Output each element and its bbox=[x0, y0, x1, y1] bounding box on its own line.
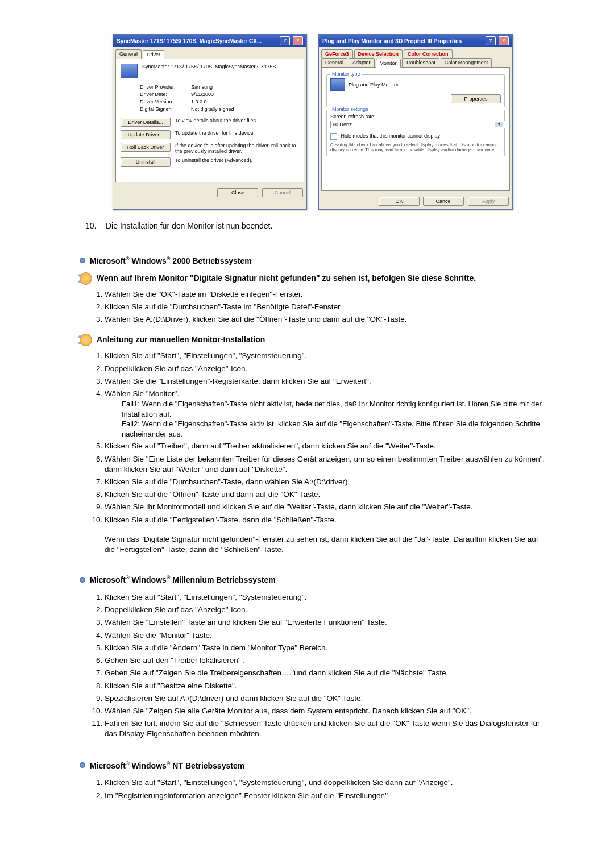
list-item: Klicken Sie auf "Treiber", dann auf "Tre… bbox=[105, 440, 546, 452]
ok-button[interactable]: OK bbox=[379, 197, 420, 206]
tab-device-selection[interactable]: Device Selection bbox=[354, 49, 403, 58]
list-item: Gehen Sie auf "Zeigen Sie die Treibereig… bbox=[105, 667, 546, 679]
step-10: 10. Die Installation für den Monitor ist… bbox=[85, 221, 546, 230]
list-item: Wählen Sie "Monitor". Fall1: Wenn die "E… bbox=[105, 388, 546, 440]
close-button[interactable]: Close bbox=[217, 188, 258, 197]
rollback-driver-button[interactable]: Roll Back Driver bbox=[121, 143, 171, 152]
help-icon[interactable]: ? bbox=[486, 36, 496, 45]
tab-color-correction[interactable]: Color Correction bbox=[404, 49, 453, 58]
list-item: Klicken Sie auf "Besitze eine Diskette". bbox=[105, 680, 546, 692]
help-icon[interactable]: ? bbox=[280, 36, 290, 45]
sub-block-manual: Anleitung zur manuellen Monitor-Installa… bbox=[80, 334, 546, 346]
dialog1-panel: SyncMaster 171S/ 175S/ 170S, MagicSyncMa… bbox=[115, 59, 304, 182]
lbl-refresh: Screen refresh rate: bbox=[330, 114, 501, 119]
fall2: Fall2: Wenn die "Eigenschaften"-Taste ak… bbox=[122, 419, 546, 439]
list-item: Im "Registrierungsinformation anzeigen"-… bbox=[105, 790, 546, 802]
lbl-version: Driver Version: bbox=[140, 99, 191, 105]
list-item: Fahren Sie fort, indem Sie auf die "Schl… bbox=[105, 717, 546, 740]
list-item: Klicken Sie auf die "Ändern" Taste in de… bbox=[105, 642, 546, 654]
dialog2-panel: Monitor type Plug and Play Monitor Prope… bbox=[321, 67, 510, 191]
list-item: Klicken Sie auf die "Durchsuchen"-Taste … bbox=[105, 301, 546, 313]
orange-bullet-icon bbox=[80, 334, 92, 346]
close-icon[interactable]: × bbox=[293, 36, 303, 45]
update-driver-button[interactable]: Update Driver... bbox=[121, 130, 171, 139]
list-item: Wählen Sie Ihr Monitormodell und klicken… bbox=[105, 501, 546, 513]
separator bbox=[80, 749, 546, 749]
tab-adapter[interactable]: Adapter bbox=[349, 58, 375, 67]
update-driver-desc: To update the driver for this device. bbox=[175, 130, 299, 136]
separator bbox=[80, 563, 546, 563]
tab-troubleshoot[interactable]: Troubleshoot bbox=[402, 58, 439, 67]
close-icon[interactable]: × bbox=[499, 36, 509, 45]
lbl-date: Driver Date: bbox=[140, 92, 191, 97]
lbl-provider: Driver Provider: bbox=[140, 84, 191, 90]
driver-details-desc: To view details about the driver files. bbox=[175, 118, 299, 123]
step-10-num: 10. bbox=[85, 221, 99, 230]
uninstall-button[interactable]: Uninstall bbox=[121, 157, 171, 167]
tab-monitor[interactable]: Monitor bbox=[376, 59, 401, 68]
step-10-text: Die Installation für den Monitor ist nun… bbox=[106, 221, 272, 230]
section-title-text: Microsoft® Windows® NT Betriebssystem bbox=[90, 761, 244, 770]
sub2-title: Anleitung zur manuellen Monitor-Installa… bbox=[97, 334, 265, 344]
list-item: Doppelklicken Sie auf das "Anzeige"-Icon… bbox=[105, 363, 546, 375]
val-signer: Not digitally signed bbox=[191, 106, 234, 112]
screenshot-row: SyncMaster 171S/ 175S/ 170S, MagicSyncMa… bbox=[80, 34, 546, 210]
lbl-signer: Digital Signer: bbox=[140, 106, 191, 112]
val-provider: Samsung bbox=[191, 84, 213, 90]
tab-driver[interactable]: Driver bbox=[143, 50, 164, 59]
list-item: Klicken Sie auf "Start", "Einstellungen"… bbox=[105, 776, 546, 789]
list-item: Klicken Sie auf "Start", "Einstellungen"… bbox=[105, 350, 546, 362]
val-date: 9/11/2003 bbox=[191, 92, 214, 97]
dialog1-window-controls: ? × bbox=[279, 36, 303, 45]
chevron-down-icon: ▾ bbox=[495, 122, 503, 127]
device-name: SyncMaster 171S/ 175S/ 170S, MagicSyncMa… bbox=[142, 64, 299, 69]
section-title-win2000: Microsoft® Windows® 2000 Betriebssystem bbox=[80, 256, 546, 265]
properties-button[interactable]: Properties bbox=[451, 94, 501, 103]
list-item: Wählen Sie "Zeigen Sie alle Geräte Monit… bbox=[105, 705, 546, 717]
monitor-icon bbox=[121, 64, 138, 78]
sub2-steps: Klicken Sie auf "Start", "Einstellungen"… bbox=[91, 350, 546, 526]
dialog1-title: SyncMaster 171S/ 175S/ 170S, MagicSyncMa… bbox=[117, 38, 262, 44]
driver-details-button[interactable]: Driver Details... bbox=[121, 118, 171, 127]
cancel-button[interactable]: Cancel bbox=[423, 197, 464, 206]
section-title-text: Microsoft® Windows® 2000 Betriebssystem bbox=[90, 256, 252, 265]
dialog1-titlebar: SyncMaster 171S/ 175S/ 170S, MagicSyncMa… bbox=[113, 35, 306, 47]
me-steps: Klicken Sie auf "Start", "Einstellungen"… bbox=[91, 591, 546, 741]
tab-color-management[interactable]: Color Management bbox=[441, 58, 492, 67]
tab-general[interactable]: General bbox=[115, 49, 142, 59]
orange-bullet-icon bbox=[80, 272, 92, 285]
hide-modes-checkbox[interactable] bbox=[330, 133, 337, 140]
sub-block-sig: Wenn auf Ihrem Monitor "Digitale Signatu… bbox=[80, 272, 546, 285]
list-item: Wählen Sie "Einstellen" Taste an und kli… bbox=[105, 616, 546, 629]
nt-steps: Klicken Sie auf "Start", "Einstellungen"… bbox=[91, 776, 546, 801]
sub1-title: Wenn auf Ihrem Monitor "Digitale Signatu… bbox=[97, 272, 476, 283]
tab-geforce[interactable]: GeForce3 bbox=[321, 49, 353, 58]
grp-monset-title: Monitor settings bbox=[330, 106, 370, 112]
tab-general2[interactable]: General bbox=[321, 58, 347, 67]
refresh-rate-dropdown[interactable]: 60 Hertz ▾ bbox=[330, 121, 505, 128]
list-item: Wählen Sie "Eine Liste der bekannten Tre… bbox=[105, 453, 546, 476]
grp-montype-title: Monitor type bbox=[330, 71, 362, 77]
monitor-properties-dialog: Plug and Play Monitor and 3D Prophet III… bbox=[318, 34, 513, 210]
list-item: Doppelklicken Sie auf das "Anzeige"-Icon… bbox=[105, 604, 546, 616]
group-monitor-settings: Monitor settings Screen refresh rate: 60… bbox=[326, 110, 505, 156]
list-item: Wählen Sie die "Einstellungen"-Registerk… bbox=[105, 375, 546, 388]
list-item: Spezialisieren Sie auf A:\(D:\driver) un… bbox=[105, 692, 546, 705]
bullet-icon bbox=[80, 258, 85, 263]
val-version: 1.0.0.0 bbox=[191, 99, 207, 105]
group-monitor-type: Monitor type Plug and Play Monitor Prope… bbox=[326, 74, 505, 107]
section-title-winnt: Microsoft® Windows® NT Betriebssystem bbox=[80, 761, 546, 770]
apply-button: Apply bbox=[468, 197, 509, 206]
uninstall-desc: To uninstall the driver (Advanced). bbox=[175, 157, 299, 163]
sub1-steps: Wählen Sie die "OK"-Taste im "Diskette e… bbox=[91, 288, 546, 326]
hide-modes-label: Hide modes that this monitor cannot disp… bbox=[341, 133, 441, 139]
list-item: Wählen Sie die "Monitor" Taste. bbox=[105, 629, 546, 642]
refresh-rate-value: 60 Hertz bbox=[333, 122, 352, 127]
dialog1-bottom-buttons: Close Cancel bbox=[113, 185, 306, 201]
list-item: Klicken Sie auf die "Öffnen"-Taste und d… bbox=[105, 488, 546, 501]
dialog2-tabs-bottom: General Adapter Monitor Troubleshoot Col… bbox=[319, 58, 512, 67]
bullet-icon bbox=[80, 762, 85, 768]
dialog1-tabs: General Driver bbox=[113, 47, 306, 59]
dialog2-tabs-top: GeForce3 Device Selection Color Correcti… bbox=[319, 47, 512, 58]
rollback-driver-desc: If the device fails after updating the d… bbox=[175, 143, 299, 154]
